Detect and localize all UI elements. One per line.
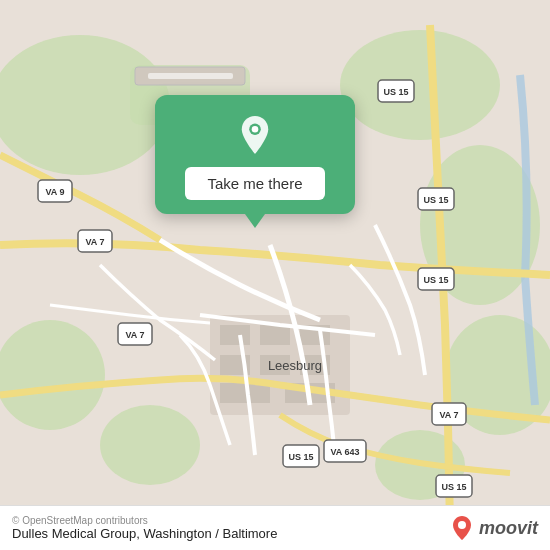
- svg-text:US 15: US 15: [441, 482, 466, 492]
- svg-text:VA 643: VA 643: [330, 447, 359, 457]
- map-background: US 15 US 15 US 15 US 15 US 15 VA 9 VA 7 …: [0, 0, 550, 550]
- location-icon-wrapper: [233, 113, 277, 157]
- svg-point-42: [252, 126, 259, 133]
- svg-text:US 15: US 15: [423, 275, 448, 285]
- svg-rect-16: [220, 383, 270, 403]
- svg-text:US 15: US 15: [288, 452, 313, 462]
- copyright-text: © OpenStreetMap contributors: [12, 515, 277, 526]
- svg-rect-11: [260, 325, 290, 345]
- svg-text:VA 7: VA 7: [125, 330, 144, 340]
- svg-text:US 15: US 15: [423, 195, 448, 205]
- moovit-logo: moovit: [448, 514, 538, 542]
- svg-text:Leesburg: Leesburg: [268, 358, 322, 373]
- popup-card: Take me there: [155, 95, 355, 214]
- location-name: Dulles Medical Group, Washington / Balti…: [12, 526, 277, 541]
- svg-text:US 15: US 15: [383, 87, 408, 97]
- svg-text:VA 7: VA 7: [85, 237, 104, 247]
- bottom-bar: © OpenStreetMap contributors Dulles Medi…: [0, 505, 550, 550]
- svg-point-43: [458, 521, 466, 529]
- svg-point-6: [100, 405, 200, 485]
- svg-rect-10: [220, 325, 250, 345]
- take-me-there-button[interactable]: Take me there: [185, 167, 324, 200]
- bottom-info: © OpenStreetMap contributors Dulles Medi…: [12, 515, 277, 541]
- svg-rect-19: [148, 73, 233, 79]
- svg-text:VA 7: VA 7: [439, 410, 458, 420]
- svg-text:VA 9: VA 9: [45, 187, 64, 197]
- location-pin-icon: [236, 116, 274, 154]
- moovit-pin-icon: [448, 514, 476, 542]
- svg-point-5: [0, 320, 105, 430]
- map-container: US 15 US 15 US 15 US 15 US 15 VA 9 VA 7 …: [0, 0, 550, 550]
- moovit-text: moovit: [479, 518, 538, 539]
- svg-point-2: [340, 30, 500, 140]
